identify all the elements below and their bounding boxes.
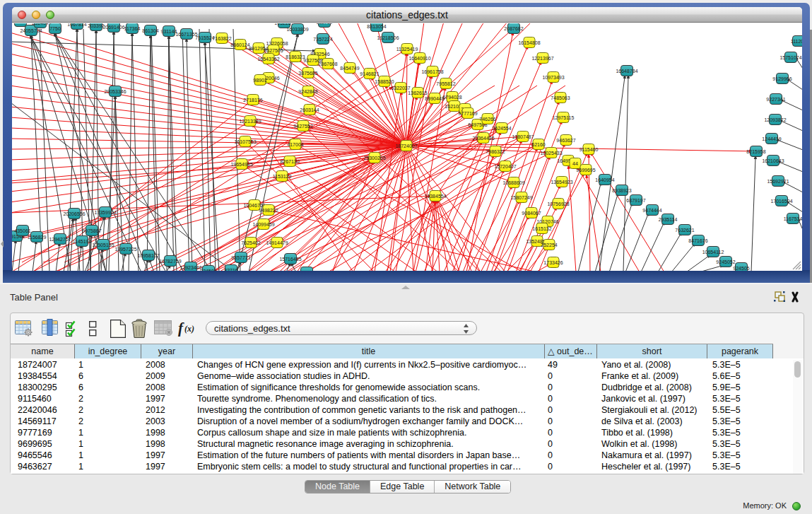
svg-text:12975115: 12975115: [553, 115, 575, 120]
svg-text:(x): (x): [184, 324, 194, 334]
svg-text:9463627: 9463627: [556, 138, 575, 143]
svg-text:9129966: 9129966: [772, 76, 792, 81]
svg-text:10807487: 10807487: [512, 134, 534, 139]
svg-text:16648784: 16648784: [616, 69, 637, 74]
svg-text:62160: 62160: [531, 142, 546, 147]
svg-text:10756928: 10756928: [547, 201, 569, 206]
svg-text:44: 44: [572, 161, 578, 166]
svg-text:15807249: 15807249: [510, 195, 532, 200]
svg-text:12093872: 12093872: [764, 117, 786, 122]
svg-text:1362615: 1362615: [408, 90, 427, 95]
svg-text:2718176: 2718176: [243, 98, 262, 103]
svg-text:12213389: 12213389: [239, 119, 261, 124]
svg-text:15751074: 15751074: [779, 55, 801, 60]
svg-text:16543362: 16543362: [257, 57, 279, 62]
svg-text:14914479: 14914479: [266, 240, 288, 245]
svg-text:861304: 861304: [142, 28, 158, 33]
svg-text:16671355: 16671355: [175, 32, 197, 37]
svg-text:1640954: 1640954: [595, 177, 614, 182]
svg-text:1067814: 1067814: [67, 23, 86, 27]
svg-text:1153129: 1153129: [273, 174, 292, 179]
svg-text:9245052: 9245052: [716, 259, 735, 264]
svg-text:1052267: 1052267: [274, 23, 293, 25]
svg-text:9857771: 9857771: [231, 255, 250, 260]
svg-text:17957225: 17957225: [114, 247, 136, 252]
svg-text:7955812: 7955812: [436, 81, 455, 86]
svg-text:20364436: 20364436: [472, 136, 494, 141]
svg-text:8990448: 8990448: [425, 96, 444, 101]
svg-text:13654923: 13654923: [551, 180, 572, 185]
svg-text:203392: 203392: [88, 23, 104, 28]
svg-text:86431: 86431: [300, 270, 314, 271]
svg-text:9975867: 9975867: [82, 228, 101, 233]
svg-text:1244419: 1244419: [762, 136, 781, 141]
svg-text:29053346: 29053346: [104, 89, 126, 94]
svg-text:3624554: 3624554: [492, 126, 511, 131]
svg-text:9084067: 9084067: [522, 211, 541, 216]
svg-text:16033809: 16033809: [286, 27, 308, 32]
svg-text:2935114: 2935114: [659, 217, 678, 222]
svg-text:20691406: 20691406: [102, 25, 124, 30]
svg-text:16210643: 16210643: [762, 158, 784, 163]
svg-text:1615132: 1615132: [532, 226, 551, 231]
svg-text:435061: 435061: [14, 228, 30, 233]
svg-text:14099459: 14099459: [252, 222, 274, 227]
svg-text:417004: 417004: [287, 142, 303, 147]
svg-text:7986322: 7986322: [486, 149, 505, 154]
svg-text:9227341: 9227341: [766, 97, 785, 102]
svg-text:f: f: [178, 320, 184, 337]
svg-text:2087682: 2087682: [504, 26, 523, 31]
svg-text:16782759: 16782759: [159, 259, 181, 264]
svg-text:24055724: 24055724: [20, 28, 42, 33]
svg-text:7750: 7750: [49, 26, 61, 31]
svg-text:8813054: 8813054: [367, 24, 386, 29]
svg-text:7485063: 7485063: [551, 95, 570, 100]
svg-text:746266: 746266: [479, 117, 495, 122]
svg-text:924504: 924504: [200, 269, 216, 271]
svg-text:16107553: 16107553: [234, 139, 256, 144]
svg-text:25300205: 25300205: [363, 156, 385, 160]
svg-text:16154808: 16154808: [518, 40, 540, 45]
svg-text:7357224: 7357224: [313, 37, 332, 42]
svg-text:11325419: 11325419: [396, 47, 418, 52]
svg-text:6322037: 6322037: [391, 86, 410, 90]
svg-text:10688609: 10688609: [502, 180, 524, 185]
svg-text:15692971: 15692971: [767, 179, 789, 184]
svg-text:1145194: 1145194: [73, 239, 92, 244]
svg-text:9699695: 9699695: [576, 168, 595, 173]
svg-text:924505: 924505: [733, 266, 749, 271]
svg-text:15720407: 15720407: [494, 164, 516, 169]
svg-text:7625402: 7625402: [241, 240, 260, 245]
svg-text:16961758: 16961758: [421, 69, 443, 74]
svg-text:10958107: 10958107: [137, 253, 159, 258]
svg-text:8454749: 8454749: [340, 66, 359, 71]
svg-text:19384554: 19384554: [424, 194, 446, 199]
svg-text:9115460: 9115460: [579, 147, 599, 152]
svg-text:10046766: 10046766: [243, 203, 265, 208]
svg-text:12505135: 12505135: [92, 243, 114, 247]
svg-text:20206556: 20206556: [63, 211, 85, 216]
svg-text:10973493: 10973493: [542, 75, 564, 80]
svg-text:1156829: 1156829: [28, 235, 47, 240]
svg-text:15716485: 15716485: [279, 257, 301, 262]
svg-text:7632621: 7632621: [675, 228, 694, 233]
svg-text:12923446: 12923446: [180, 265, 201, 270]
svg-text:8471676: 8471676: [688, 238, 707, 243]
svg-text:1588520: 1588520: [375, 79, 394, 84]
svg-text:82716: 82716: [224, 268, 238, 271]
svg-text:931144: 931144: [161, 29, 177, 34]
svg-text:19654985: 19654985: [230, 162, 252, 167]
svg-text:2867608: 2867608: [318, 62, 337, 66]
svg-text:10025433: 10025433: [540, 151, 562, 156]
svg-text:16128: 16128: [13, 23, 28, 24]
svg-text:1167534: 1167534: [784, 216, 802, 221]
svg-text:16640910: 16640910: [408, 56, 430, 61]
svg-text:9498222: 9498222: [259, 208, 278, 213]
svg-text:8215958: 8215958: [746, 149, 765, 154]
svg-text:3875685: 3875685: [298, 71, 317, 76]
svg-text:9146821: 9146821: [360, 71, 379, 76]
svg-text:17016504: 17016504: [770, 199, 792, 204]
svg-text:12942757: 12942757: [49, 237, 71, 242]
svg-text:9777169: 9777169: [458, 111, 477, 116]
svg-text:10654112: 10654112: [702, 250, 724, 255]
